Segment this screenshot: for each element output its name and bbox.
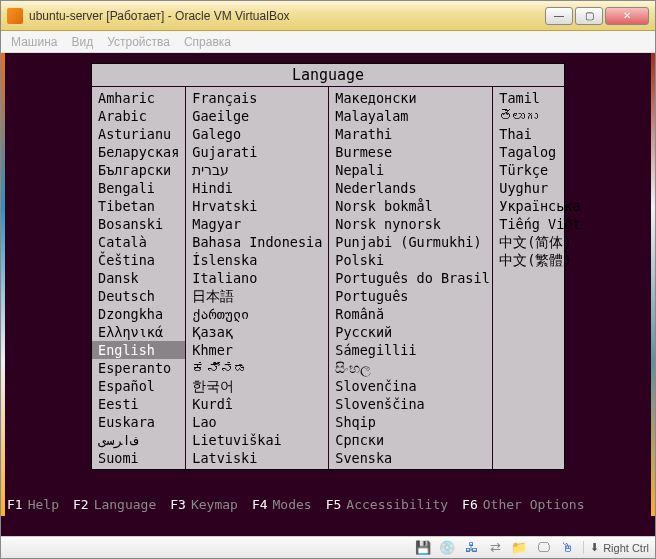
menu-view[interactable]: Вид — [71, 35, 93, 49]
language-option[interactable]: Galego — [186, 125, 328, 143]
language-option[interactable]: 中文(繁體) — [493, 251, 586, 269]
language-option[interactable]: Asturianu — [92, 125, 185, 143]
language-option[interactable]: Tibetan — [92, 197, 185, 215]
maximize-button[interactable]: ▢ — [575, 7, 603, 25]
mouse-icon[interactable]: 🖱 — [559, 540, 575, 556]
language-option[interactable]: 日本語 — [186, 287, 328, 305]
language-option[interactable]: Íslenska — [186, 251, 328, 269]
video-icon[interactable]: 🖵 — [535, 540, 551, 556]
language-option[interactable]: Amharic — [92, 89, 185, 107]
language-option[interactable]: Euskara — [92, 413, 185, 431]
language-option[interactable]: Română — [329, 305, 492, 323]
language-option[interactable]: Қазақ — [186, 323, 328, 341]
language-option[interactable]: Eesti — [92, 395, 185, 413]
language-option[interactable]: ಕನ್ನಡ — [186, 359, 328, 377]
language-option[interactable]: Esperanto — [92, 359, 185, 377]
language-option[interactable]: Čeština — [92, 251, 185, 269]
language-option[interactable]: Беларуская — [92, 143, 185, 161]
language-option[interactable]: Ελληνικά — [92, 323, 185, 341]
disk-icon[interactable]: 💾 — [415, 540, 431, 556]
language-option[interactable]: Kurdî — [186, 395, 328, 413]
language-option[interactable]: Bengali — [92, 179, 185, 197]
language-option[interactable]: Dzongkha — [92, 305, 185, 323]
fkey-f6[interactable]: F6Other Options — [462, 497, 584, 512]
language-option[interactable]: Hindi — [186, 179, 328, 197]
menu-help[interactable]: Справка — [184, 35, 231, 49]
window-controls: — ▢ ✕ — [545, 7, 649, 25]
language-option[interactable]: Thai — [493, 125, 586, 143]
language-option[interactable]: Hrvatski — [186, 197, 328, 215]
shared-icon[interactable]: 📁 — [511, 540, 527, 556]
language-option[interactable]: Burmese — [329, 143, 492, 161]
language-option[interactable]: Punjabi (Gurmukhi) — [329, 233, 492, 251]
language-option[interactable]: Magyar — [186, 215, 328, 233]
language-option[interactable]: Türkçe — [493, 161, 586, 179]
language-option[interactable]: Tiếng Việt — [493, 215, 586, 233]
language-option[interactable]: Српски — [329, 431, 492, 449]
language-option[interactable]: Nederlands — [329, 179, 492, 197]
language-option[interactable]: Português — [329, 287, 492, 305]
fkey-f5[interactable]: F5Accessibility — [326, 497, 448, 512]
language-option[interactable]: Polski — [329, 251, 492, 269]
language-column: TamilతెలుగుThaiTagalogTürkçeUyghurУкраїн… — [493, 87, 586, 469]
net-icon[interactable]: 🖧 — [463, 540, 479, 556]
host-key[interactable]: ⬇ Right Ctrl — [583, 541, 649, 554]
language-option[interactable]: Norsk nynorsk — [329, 215, 492, 233]
language-option[interactable]: Русский — [329, 323, 492, 341]
fkey-f1[interactable]: F1Help — [7, 497, 59, 512]
language-option[interactable]: Bosanski — [92, 215, 185, 233]
usb-icon[interactable]: ⇄ — [487, 540, 503, 556]
language-option[interactable]: Tamil — [493, 89, 586, 107]
menu-devices[interactable]: Устройства — [107, 35, 170, 49]
language-option[interactable]: עברית — [186, 161, 328, 179]
language-option[interactable]: 한국어 — [186, 377, 328, 395]
language-option[interactable]: Tagalog — [493, 143, 586, 161]
language-option[interactable]: Sámegillii — [329, 341, 492, 359]
language-option[interactable]: ქართული — [186, 305, 328, 323]
language-option[interactable]: Slovenščina — [329, 395, 492, 413]
language-option[interactable]: Português do Brasil — [329, 269, 492, 287]
language-option[interactable]: Български — [92, 161, 185, 179]
language-option[interactable]: Khmer — [186, 341, 328, 359]
language-option[interactable]: ﻑﺍﺮﺳی — [92, 431, 185, 449]
language-option[interactable]: Dansk — [92, 269, 185, 287]
language-option[interactable]: Uyghur — [493, 179, 586, 197]
language-option[interactable]: Gujarati — [186, 143, 328, 161]
language-option[interactable]: Lao — [186, 413, 328, 431]
language-option[interactable]: Bahasa Indonesia — [186, 233, 328, 251]
language-option[interactable]: Italiano — [186, 269, 328, 287]
language-option[interactable]: Nepali — [329, 161, 492, 179]
language-option[interactable]: Gaeilge — [186, 107, 328, 125]
language-option[interactable]: Latviski — [186, 449, 328, 467]
host-bg-right — [651, 53, 655, 516]
language-option[interactable]: Deutsch — [92, 287, 185, 305]
fkey-f4[interactable]: F4Modes — [252, 497, 312, 512]
language-option[interactable]: English — [92, 341, 185, 359]
language-option[interactable]: Norsk bokmål — [329, 197, 492, 215]
cd-icon[interactable]: 💿 — [439, 540, 455, 556]
language-option[interactable]: 中文(简体) — [493, 233, 586, 251]
close-button[interactable]: ✕ — [605, 7, 649, 25]
language-option[interactable]: Suomi — [92, 449, 185, 467]
language-option[interactable]: Lietuviškai — [186, 431, 328, 449]
minimize-button[interactable]: — — [545, 7, 573, 25]
language-option[interactable]: Català — [92, 233, 185, 251]
language-option[interactable]: Svenska — [329, 449, 492, 467]
language-option[interactable]: Shqip — [329, 413, 492, 431]
language-option[interactable]: සිංහල — [329, 359, 492, 377]
fkey-f3[interactable]: F3Keymap — [170, 497, 238, 512]
language-option[interactable]: Français — [186, 89, 328, 107]
language-option[interactable]: Español — [92, 377, 185, 395]
language-option[interactable]: Marathi — [329, 125, 492, 143]
fkey-f2[interactable]: F2Language — [73, 497, 156, 512]
language-grid: AmharicArabicAsturianuБеларускаяБългарск… — [92, 87, 564, 469]
language-option[interactable]: Malayalam — [329, 107, 492, 125]
language-option[interactable]: Arabic — [92, 107, 185, 125]
titlebar[interactable]: ubuntu-server [Работает] - Oracle VM Vir… — [1, 1, 655, 31]
language-option[interactable]: తెలుగు — [493, 107, 586, 125]
language-option[interactable]: Українська — [493, 197, 586, 215]
vm-screen[interactable]: Language AmharicArabicAsturianuБеларуска… — [1, 53, 655, 536]
menu-machine[interactable]: Машина — [11, 35, 57, 49]
language-option[interactable]: Slovenčina — [329, 377, 492, 395]
language-option[interactable]: Македонски — [329, 89, 492, 107]
